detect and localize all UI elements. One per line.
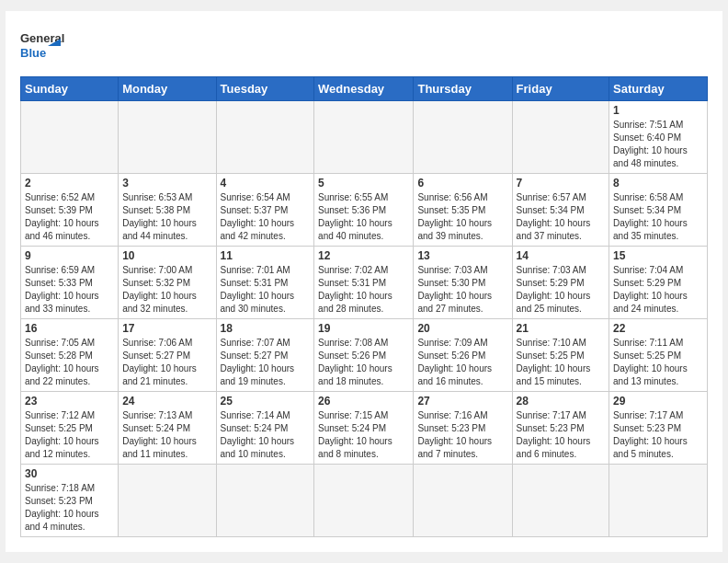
day-number: 30 bbox=[25, 467, 114, 480]
day-info: Sunrise: 6:58 AM Sunset: 5:34 PM Dayligh… bbox=[613, 191, 703, 243]
day-number: 19 bbox=[318, 322, 409, 335]
calendar-cell: 17Sunrise: 7:06 AM Sunset: 5:27 PM Dayli… bbox=[119, 319, 216, 392]
day-number: 13 bbox=[417, 249, 507, 262]
calendar-week-5: 23Sunrise: 7:12 AM Sunset: 5:25 PM Dayli… bbox=[21, 392, 708, 465]
day-number: 1 bbox=[613, 104, 703, 117]
day-number: 26 bbox=[318, 395, 409, 408]
day-info: Sunrise: 7:05 AM Sunset: 5:28 PM Dayligh… bbox=[25, 337, 114, 388]
calendar-week-4: 16Sunrise: 7:05 AM Sunset: 5:28 PM Dayli… bbox=[21, 319, 708, 392]
day-info: Sunrise: 7:15 AM Sunset: 5:24 PM Dayligh… bbox=[318, 409, 409, 461]
day-info: Sunrise: 7:51 AM Sunset: 6:40 PM Dayligh… bbox=[613, 119, 703, 170]
calendar-cell: 23Sunrise: 7:12 AM Sunset: 5:25 PM Dayli… bbox=[21, 392, 119, 465]
calendar-cell: 6Sunrise: 6:56 AM Sunset: 5:35 PM Daylig… bbox=[414, 174, 512, 247]
day-info: Sunrise: 7:03 AM Sunset: 5:30 PM Dayligh… bbox=[417, 264, 507, 316]
day-number: 21 bbox=[517, 322, 605, 335]
calendar-cell: 12Sunrise: 7:02 AM Sunset: 5:31 PM Dayli… bbox=[314, 247, 414, 319]
day-number: 2 bbox=[25, 177, 114, 190]
calendar-cell: 16Sunrise: 7:05 AM Sunset: 5:28 PM Dayli… bbox=[21, 319, 119, 392]
calendar-cell: 27Sunrise: 7:16 AM Sunset: 5:23 PM Dayli… bbox=[414, 392, 512, 465]
calendar-header-row: SundayMondayTuesdayWednesdayThursdayFrid… bbox=[21, 77, 708, 101]
logo: General Blue bbox=[20, 26, 66, 67]
calendar-page: General Blue SundayMondayTuesdayWednesda… bbox=[6, 11, 722, 552]
day-info: Sunrise: 7:07 AM Sunset: 5:27 PM Dayligh… bbox=[221, 337, 311, 388]
day-number: 10 bbox=[122, 249, 211, 262]
day-info: Sunrise: 7:02 AM Sunset: 5:31 PM Dayligh… bbox=[318, 264, 409, 316]
day-header-saturday: Saturday bbox=[609, 77, 708, 101]
day-number: 28 bbox=[517, 395, 605, 408]
day-number: 29 bbox=[613, 395, 703, 408]
calendar-cell bbox=[216, 465, 314, 537]
calendar-cell: 10Sunrise: 7:00 AM Sunset: 5:32 PM Dayli… bbox=[119, 247, 216, 319]
calendar-cell bbox=[414, 101, 512, 174]
calendar-cell: 3Sunrise: 6:53 AM Sunset: 5:38 PM Daylig… bbox=[119, 174, 216, 247]
day-info: Sunrise: 6:53 AM Sunset: 5:38 PM Dayligh… bbox=[122, 191, 211, 243]
day-info: Sunrise: 6:56 AM Sunset: 5:35 PM Dayligh… bbox=[417, 191, 507, 243]
day-number: 25 bbox=[221, 395, 311, 408]
day-header-friday: Friday bbox=[512, 77, 609, 101]
day-number: 15 bbox=[613, 249, 703, 262]
calendar-cell bbox=[216, 101, 314, 174]
calendar-cell: 4Sunrise: 6:54 AM Sunset: 5:37 PM Daylig… bbox=[216, 174, 314, 247]
svg-text:Blue: Blue bbox=[20, 46, 46, 60]
day-header-thursday: Thursday bbox=[414, 77, 512, 101]
calendar-cell: 19Sunrise: 7:08 AM Sunset: 5:26 PM Dayli… bbox=[314, 319, 414, 392]
calendar-cell bbox=[512, 101, 609, 174]
calendar-cell: 2Sunrise: 6:52 AM Sunset: 5:39 PM Daylig… bbox=[21, 174, 119, 247]
header: General Blue bbox=[20, 26, 708, 67]
calendar-cell bbox=[119, 101, 216, 174]
day-number: 7 bbox=[517, 177, 605, 190]
day-info: Sunrise: 7:10 AM Sunset: 5:25 PM Dayligh… bbox=[517, 337, 605, 388]
logo-svg: General Blue bbox=[20, 26, 66, 67]
day-header-sunday: Sunday bbox=[21, 77, 119, 101]
day-number: 8 bbox=[613, 177, 703, 190]
calendar-cell: 29Sunrise: 7:17 AM Sunset: 5:23 PM Dayli… bbox=[609, 392, 708, 465]
day-number: 11 bbox=[221, 249, 311, 262]
day-info: Sunrise: 6:57 AM Sunset: 5:34 PM Dayligh… bbox=[517, 191, 605, 243]
day-info: Sunrise: 7:17 AM Sunset: 5:23 PM Dayligh… bbox=[517, 409, 605, 461]
calendar-week-3: 9Sunrise: 6:59 AM Sunset: 5:33 PM Daylig… bbox=[21, 247, 708, 319]
day-info: Sunrise: 7:09 AM Sunset: 5:26 PM Dayligh… bbox=[417, 337, 507, 388]
day-header-monday: Monday bbox=[119, 77, 216, 101]
day-info: Sunrise: 6:59 AM Sunset: 5:33 PM Dayligh… bbox=[25, 264, 114, 316]
day-number: 24 bbox=[122, 395, 211, 408]
calendar-cell: 30Sunrise: 7:18 AM Sunset: 5:23 PM Dayli… bbox=[21, 465, 119, 537]
day-info: Sunrise: 7:18 AM Sunset: 5:23 PM Dayligh… bbox=[25, 482, 114, 534]
day-info: Sunrise: 7:04 AM Sunset: 5:29 PM Dayligh… bbox=[613, 264, 703, 316]
day-number: 16 bbox=[25, 322, 114, 335]
day-number: 18 bbox=[221, 322, 311, 335]
day-number: 14 bbox=[517, 249, 605, 262]
day-info: Sunrise: 7:08 AM Sunset: 5:26 PM Dayligh… bbox=[318, 337, 409, 388]
day-info: Sunrise: 7:01 AM Sunset: 5:31 PM Dayligh… bbox=[221, 264, 311, 316]
day-number: 9 bbox=[25, 249, 114, 262]
calendar-cell: 13Sunrise: 7:03 AM Sunset: 5:30 PM Dayli… bbox=[414, 247, 512, 319]
day-info: Sunrise: 7:00 AM Sunset: 5:32 PM Dayligh… bbox=[122, 264, 211, 316]
calendar-week-2: 2Sunrise: 6:52 AM Sunset: 5:39 PM Daylig… bbox=[21, 174, 708, 247]
day-number: 5 bbox=[318, 177, 409, 190]
calendar-cell bbox=[512, 465, 609, 537]
calendar-cell: 11Sunrise: 7:01 AM Sunset: 5:31 PM Dayli… bbox=[216, 247, 314, 319]
calendar-week-1: 1Sunrise: 7:51 AM Sunset: 6:40 PM Daylig… bbox=[21, 101, 708, 174]
calendar-cell: 24Sunrise: 7:13 AM Sunset: 5:24 PM Dayli… bbox=[119, 392, 216, 465]
day-number: 27 bbox=[417, 395, 507, 408]
calendar-cell: 9Sunrise: 6:59 AM Sunset: 5:33 PM Daylig… bbox=[21, 247, 119, 319]
day-number: 20 bbox=[417, 322, 507, 335]
day-info: Sunrise: 7:13 AM Sunset: 5:24 PM Dayligh… bbox=[122, 409, 211, 461]
calendar-cell: 25Sunrise: 7:14 AM Sunset: 5:24 PM Dayli… bbox=[216, 392, 314, 465]
day-info: Sunrise: 7:03 AM Sunset: 5:29 PM Dayligh… bbox=[517, 264, 605, 316]
calendar-cell: 8Sunrise: 6:58 AM Sunset: 5:34 PM Daylig… bbox=[609, 174, 708, 247]
calendar-cell: 1Sunrise: 7:51 AM Sunset: 6:40 PM Daylig… bbox=[609, 101, 708, 174]
calendar-cell: 26Sunrise: 7:15 AM Sunset: 5:24 PM Dayli… bbox=[314, 392, 414, 465]
calendar-cell bbox=[119, 465, 216, 537]
calendar-cell bbox=[314, 101, 414, 174]
day-number: 22 bbox=[613, 322, 703, 335]
day-info: Sunrise: 6:55 AM Sunset: 5:36 PM Dayligh… bbox=[318, 191, 409, 243]
calendar-cell: 28Sunrise: 7:17 AM Sunset: 5:23 PM Dayli… bbox=[512, 392, 609, 465]
day-number: 12 bbox=[318, 249, 409, 262]
calendar-cell: 18Sunrise: 7:07 AM Sunset: 5:27 PM Dayli… bbox=[216, 319, 314, 392]
calendar-cell: 14Sunrise: 7:03 AM Sunset: 5:29 PM Dayli… bbox=[512, 247, 609, 319]
day-number: 6 bbox=[417, 177, 507, 190]
day-number: 4 bbox=[221, 177, 311, 190]
day-info: Sunrise: 7:16 AM Sunset: 5:23 PM Dayligh… bbox=[417, 409, 507, 461]
calendar-table: SundayMondayTuesdayWednesdayThursdayFrid… bbox=[20, 76, 708, 537]
calendar-cell bbox=[314, 465, 414, 537]
